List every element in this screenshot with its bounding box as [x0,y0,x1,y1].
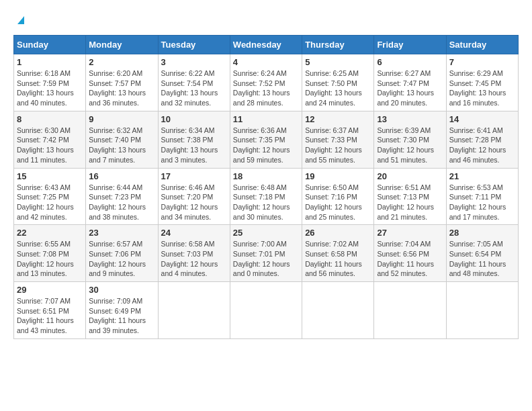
day-number: 13 [377,114,443,124]
day-number: 1 [17,57,83,67]
day-info: Sunrise: 6:44 AM Sunset: 7:23 PM Dayligh… [89,183,154,222]
calendar-cell: 29Sunrise: 7:07 AM Sunset: 6:51 PM Dayli… [14,282,86,339]
day-number: 8 [17,114,83,124]
calendar-cell: 25Sunrise: 7:00 AM Sunset: 7:01 PM Dayli… [230,225,302,282]
day-info: Sunrise: 6:51 AM Sunset: 7:13 PM Dayligh… [377,183,443,222]
calendar-cell: 2Sunrise: 6:20 AM Sunset: 7:57 PM Daylig… [86,54,158,111]
day-info: Sunrise: 6:18 AM Sunset: 7:59 PM Dayligh… [17,68,83,108]
day-info: Sunrise: 7:00 AM Sunset: 7:01 PM Dayligh… [233,239,299,279]
day-number: 4 [233,57,299,67]
day-number: 2 [89,57,154,67]
logo-icon [15,13,27,26]
day-info: Sunrise: 7:04 AM Sunset: 6:56 PM Dayligh… [377,239,443,279]
calendar-week-1: 1Sunrise: 6:18 AM Sunset: 7:59 PM Daylig… [14,54,519,111]
day-info: Sunrise: 6:53 AM Sunset: 7:11 PM Dayligh… [449,183,515,222]
day-info: Sunrise: 6:30 AM Sunset: 7:42 PM Dayligh… [17,126,83,165]
day-info: Sunrise: 7:05 AM Sunset: 6:54 PM Dayligh… [449,239,515,279]
day-number: 16 [89,171,154,181]
day-info: Sunrise: 6:46 AM Sunset: 7:20 PM Dayligh… [161,183,227,222]
calendar-cell: 21Sunrise: 6:53 AM Sunset: 7:11 PM Dayli… [446,168,518,225]
calendar-week-4: 22Sunrise: 6:55 AM Sunset: 7:08 PM Dayli… [14,225,519,282]
day-info: Sunrise: 6:43 AM Sunset: 7:25 PM Dayligh… [17,183,83,222]
calendar-cell: 6Sunrise: 6:27 AM Sunset: 7:47 PM Daylig… [374,54,446,111]
calendar-cell: 1Sunrise: 6:18 AM Sunset: 7:59 PM Daylig… [14,54,86,111]
calendar-cell [230,282,302,339]
calendar-week-2: 8Sunrise: 6:30 AM Sunset: 7:42 PM Daylig… [14,111,519,168]
calendar-cell: 24Sunrise: 6:58 AM Sunset: 7:03 PM Dayli… [158,225,230,282]
day-number: 5 [305,57,371,67]
day-info: Sunrise: 7:07 AM Sunset: 6:51 PM Dayligh… [17,296,83,336]
day-info: Sunrise: 6:20 AM Sunset: 7:57 PM Dayligh… [89,68,154,108]
day-info: Sunrise: 6:50 AM Sunset: 7:16 PM Dayligh… [305,183,371,222]
calendar-cell: 28Sunrise: 7:05 AM Sunset: 6:54 PM Dayli… [446,225,518,282]
calendar-cell [302,282,374,339]
day-info: Sunrise: 6:36 AM Sunset: 7:35 PM Dayligh… [233,126,299,165]
day-info: Sunrise: 6:24 AM Sunset: 7:52 PM Dayligh… [233,68,299,108]
header-tuesday: Tuesday [158,36,230,54]
day-number: 28 [449,228,515,238]
calendar-cell: 3Sunrise: 6:22 AM Sunset: 7:54 PM Daylig… [158,54,230,111]
calendar-header-row: SundayMondayTuesdayWednesdayThursdayFrid… [14,36,519,54]
calendar-cell: 12Sunrise: 6:37 AM Sunset: 7:33 PM Dayli… [302,111,374,168]
day-info: Sunrise: 7:09 AM Sunset: 6:49 PM Dayligh… [89,296,154,336]
calendar-cell: 7Sunrise: 6:29 AM Sunset: 7:45 PM Daylig… [446,54,518,111]
day-number: 17 [161,171,227,181]
day-number: 6 [377,57,443,67]
day-number: 29 [17,285,83,295]
day-number: 23 [89,228,154,238]
day-number: 27 [377,228,443,238]
day-number: 7 [449,57,515,67]
day-info: Sunrise: 6:22 AM Sunset: 7:54 PM Dayligh… [161,68,227,108]
calendar-cell: 27Sunrise: 7:04 AM Sunset: 6:56 PM Dayli… [374,225,446,282]
header-wednesday: Wednesday [230,36,302,54]
calendar-cell [158,282,230,339]
day-number: 30 [89,285,154,295]
calendar-cell: 5Sunrise: 6:25 AM Sunset: 7:50 PM Daylig… [302,54,374,111]
svg-marker-0 [17,16,24,24]
calendar-cell: 8Sunrise: 6:30 AM Sunset: 7:42 PM Daylig… [14,111,86,168]
day-info: Sunrise: 6:34 AM Sunset: 7:38 PM Dayligh… [161,126,227,165]
day-number: 12 [305,114,371,124]
day-info: Sunrise: 6:29 AM Sunset: 7:45 PM Dayligh… [449,68,515,108]
day-number: 3 [161,57,227,67]
calendar-cell: 15Sunrise: 6:43 AM Sunset: 7:25 PM Dayli… [14,168,86,225]
calendar-cell: 16Sunrise: 6:44 AM Sunset: 7:23 PM Dayli… [86,168,158,225]
day-number: 14 [449,114,515,124]
header-friday: Friday [374,36,446,54]
day-number: 21 [449,171,515,181]
header-saturday: Saturday [446,36,518,54]
day-info: Sunrise: 6:37 AM Sunset: 7:33 PM Dayligh… [305,126,371,165]
day-number: 25 [233,228,299,238]
calendar-table: SundayMondayTuesdayWednesdayThursdayFrid… [13,35,519,339]
calendar-cell: 26Sunrise: 7:02 AM Sunset: 6:58 PM Dayli… [302,225,374,282]
day-number: 11 [233,114,299,124]
logo [13,13,27,28]
day-number: 22 [17,228,83,238]
day-info: Sunrise: 6:25 AM Sunset: 7:50 PM Dayligh… [305,68,371,108]
calendar-cell: 20Sunrise: 6:51 AM Sunset: 7:13 PM Dayli… [374,168,446,225]
calendar-cell: 11Sunrise: 6:36 AM Sunset: 7:35 PM Dayli… [230,111,302,168]
calendar-cell: 9Sunrise: 6:32 AM Sunset: 7:40 PM Daylig… [86,111,158,168]
calendar-week-5: 29Sunrise: 7:07 AM Sunset: 6:51 PM Dayli… [14,282,519,339]
day-info: Sunrise: 6:55 AM Sunset: 7:08 PM Dayligh… [17,239,83,279]
day-number: 18 [233,171,299,181]
day-info: Sunrise: 6:41 AM Sunset: 7:28 PM Dayligh… [449,126,515,165]
calendar-cell: 30Sunrise: 7:09 AM Sunset: 6:49 PM Dayli… [86,282,158,339]
calendar-cell: 4Sunrise: 6:24 AM Sunset: 7:52 PM Daylig… [230,54,302,111]
header-thursday: Thursday [302,36,374,54]
day-number: 10 [161,114,227,124]
header-monday: Monday [86,36,158,54]
day-number: 20 [377,171,443,181]
day-number: 24 [161,228,227,238]
calendar-cell: 19Sunrise: 6:50 AM Sunset: 7:16 PM Dayli… [302,168,374,225]
header-sunday: Sunday [14,36,86,54]
day-info: Sunrise: 6:32 AM Sunset: 7:40 PM Dayligh… [89,126,154,165]
calendar-week-3: 15Sunrise: 6:43 AM Sunset: 7:25 PM Dayli… [14,168,519,225]
day-info: Sunrise: 6:58 AM Sunset: 7:03 PM Dayligh… [161,239,227,279]
day-info: Sunrise: 6:48 AM Sunset: 7:18 PM Dayligh… [233,183,299,222]
calendar-cell [374,282,446,339]
day-number: 26 [305,228,371,238]
calendar-cell: 13Sunrise: 6:39 AM Sunset: 7:30 PM Dayli… [374,111,446,168]
day-info: Sunrise: 7:02 AM Sunset: 6:58 PM Dayligh… [305,239,371,279]
day-info: Sunrise: 6:39 AM Sunset: 7:30 PM Dayligh… [377,126,443,165]
